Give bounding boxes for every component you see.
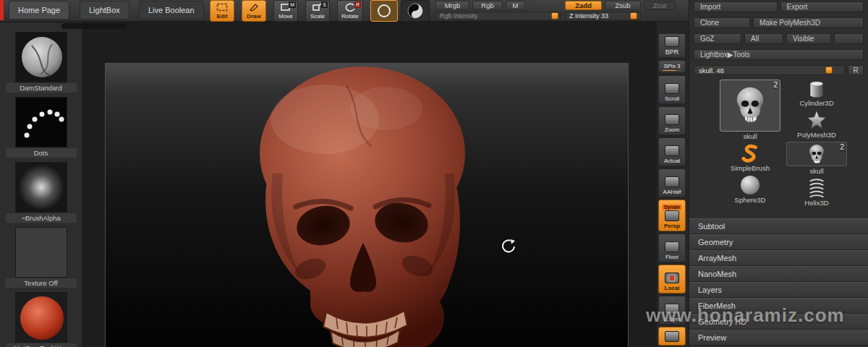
menu-item-geometry-hd[interactable]: Geometry HD xyxy=(689,314,868,330)
scale-mode-button[interactable]: S Scale xyxy=(305,0,330,22)
zadd-button[interactable]: Zadd xyxy=(565,1,602,10)
edit-icon xyxy=(216,3,228,12)
rotate-mode-button[interactable]: R Rotate xyxy=(337,0,363,22)
scroll-button[interactable]: Scroll xyxy=(658,75,686,104)
btn-label: R xyxy=(853,67,858,74)
shelf-label: Floor xyxy=(665,254,678,260)
menu-item-fibermesh[interactable]: FiberMesh xyxy=(689,298,868,314)
alpha-swirl-icon xyxy=(407,2,424,20)
goz-visible-button[interactable]: Visible xyxy=(786,33,831,44)
instance-count-badge: 2 xyxy=(773,81,778,89)
bpr-button[interactable]: BPR xyxy=(658,33,686,58)
m-button[interactable]: M xyxy=(506,1,525,10)
tool-name: SimpleBrush xyxy=(720,164,780,173)
rgb-intensity-slider[interactable]: Rgb Intensity xyxy=(435,12,561,20)
menu-item-preview[interactable]: Preview xyxy=(689,330,868,346)
material-thumbnail[interactable] xyxy=(15,292,67,343)
tool-item-sphere3d[interactable] xyxy=(720,175,780,195)
goz-button[interactable]: GoZ xyxy=(694,33,741,44)
texture-thumbnail[interactable] xyxy=(15,227,67,278)
viewport[interactable] xyxy=(82,22,657,347)
menu-item-nanomesh[interactable]: NanoMesh xyxy=(689,266,868,282)
slider-handle[interactable] xyxy=(630,12,637,20)
move-mode-button[interactable]: M Move xyxy=(273,0,298,22)
brush-name: DamStandard xyxy=(6,83,77,93)
persp-grid-icon xyxy=(665,210,679,221)
restore-config-button[interactable]: R xyxy=(848,65,864,76)
export-button[interactable]: Export xyxy=(780,1,864,12)
tab-lightbox[interactable]: LightBox xyxy=(80,1,129,20)
menu-item-layers[interactable]: Layers xyxy=(689,282,868,298)
rgb-button[interactable]: Rgb xyxy=(472,1,503,10)
btn-label: Zcut xyxy=(653,1,666,9)
import-button[interactable]: Import xyxy=(694,1,778,12)
draw-mode-button[interactable]: Draw xyxy=(242,0,266,22)
tool-name: Sphere3D xyxy=(720,196,780,205)
tool-item-helix3d[interactable] xyxy=(786,178,847,198)
actual-button[interactable]: Actual xyxy=(658,137,686,166)
local-button[interactable]: Local xyxy=(658,265,686,294)
tool-item-skull-active[interactable]: 2 xyxy=(720,80,780,132)
aahalf-button[interactable]: AAHalf xyxy=(658,168,686,197)
alpha-selector[interactable] xyxy=(401,0,430,22)
slider-label: Z Intensity 33 xyxy=(569,12,608,20)
tool-item-polymesh3d[interactable] xyxy=(786,110,847,130)
slider-handle[interactable] xyxy=(551,12,558,20)
move-badge: M xyxy=(289,1,296,8)
skull-model[interactable] xyxy=(238,65,491,347)
spix-slider[interactable]: SPix 3 xyxy=(658,60,686,73)
menu-item-geometry[interactable]: Geometry xyxy=(689,234,868,250)
tab-home-page[interactable]: Home Page xyxy=(9,1,69,20)
zoom-button[interactable]: Zoom xyxy=(658,106,686,135)
zcut-button[interactable]: Zcut xyxy=(644,1,676,10)
simplebrush-icon xyxy=(740,143,760,163)
brush-selector[interactable]: DamStandard xyxy=(6,32,77,93)
tool-item-cylinder3d[interactable] xyxy=(786,80,847,98)
goz-all-button[interactable]: All xyxy=(744,33,783,44)
alpha-selector-panel[interactable]: ~BrushAlpha xyxy=(6,162,77,223)
tool-item-skull-2[interactable]: 2 xyxy=(786,142,847,166)
z-intensity-slider[interactable]: Z Intensity 33 xyxy=(565,12,641,20)
blank-button[interactable] xyxy=(834,33,864,44)
edit-mode-button[interactable]: Edit xyxy=(210,0,234,22)
make-polymesh3d-button[interactable]: Make PolyMesh3D xyxy=(753,17,864,28)
shelf-label: AAHalf xyxy=(663,189,681,195)
material-selector[interactable]: MatCap Red Wax xyxy=(6,292,77,347)
zsub-button[interactable]: Zsub xyxy=(605,1,641,10)
brush-thumbnail[interactable] xyxy=(15,32,67,82)
shelf-label: Persp xyxy=(664,223,680,229)
alpha-thumbnail[interactable] xyxy=(15,162,67,213)
tool-item-simplebrush[interactable] xyxy=(720,143,780,163)
persp-button[interactable]: Dynam Persp xyxy=(658,200,686,231)
clone-button[interactable]: Clone xyxy=(694,17,750,28)
tool-submenus: Subtool Geometry ArrayMesh NanoMesh Laye… xyxy=(689,218,868,346)
right-shelf: BPR SPix 3 Scroll Zoom Actual AAHalf Dyn… xyxy=(657,33,689,347)
mrgb-button[interactable]: Mrgb xyxy=(435,1,469,10)
dynamic-tag: Dynam xyxy=(663,205,681,210)
stroke-selector[interactable] xyxy=(370,0,398,22)
dots-stroke-icon xyxy=(16,98,67,147)
lightbox-tools-button[interactable]: Lightbox▶Tools xyxy=(694,49,864,60)
spix-value-bar[interactable] xyxy=(663,70,681,71)
clipped-shelf-button[interactable] xyxy=(658,327,686,346)
alpha-name: ~BrushAlpha xyxy=(6,213,77,223)
menu-label: FiberMesh xyxy=(698,301,736,310)
top-toolbar: Home Page LightBox Live Boolean Edit Dra… xyxy=(0,0,689,22)
top-scrollbar-handle[interactable] xyxy=(61,23,127,29)
texture-selector[interactable]: Texture Off xyxy=(6,227,77,288)
floor-grid-icon xyxy=(665,241,679,252)
menu-label: Geometry xyxy=(698,238,733,247)
active-tool-slider[interactable]: skull. 48 xyxy=(694,65,845,75)
tab-live-boolean[interactable]: Live Boolean xyxy=(139,1,204,20)
draw-icon xyxy=(248,3,260,12)
stroke-type-selector[interactable]: Dots xyxy=(6,97,77,158)
slider-handle[interactable] xyxy=(825,67,833,74)
floor-button[interactable]: Floor xyxy=(658,234,686,262)
cylinder3d-icon xyxy=(802,80,831,98)
menu-item-subtool[interactable]: Subtool xyxy=(689,218,868,234)
stroke-thumbnail[interactable] xyxy=(15,97,67,147)
rotate-badge: R xyxy=(354,1,361,8)
menu-item-arraymesh[interactable]: ArrayMesh xyxy=(689,250,868,266)
lsym-button[interactable]: L.Sym xyxy=(658,296,686,325)
mode-label: Edit xyxy=(216,13,227,20)
